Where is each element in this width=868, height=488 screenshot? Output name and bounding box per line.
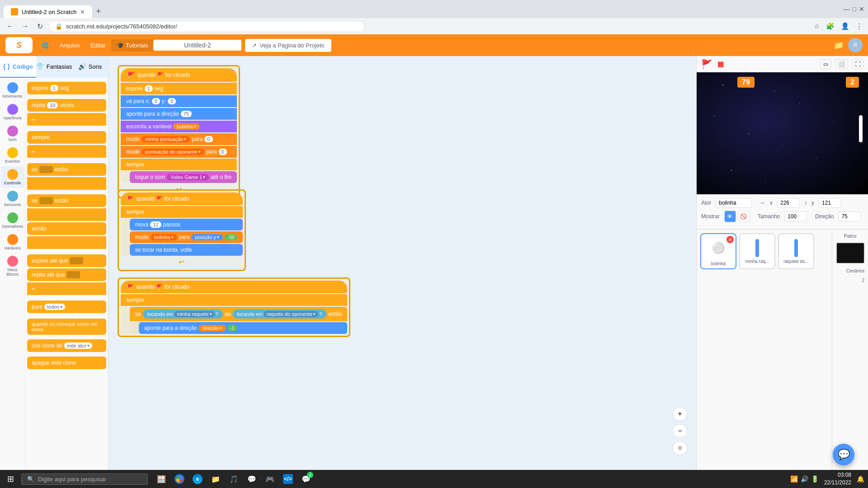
- block-se2[interactable]: se então: [27, 194, 106, 207]
- script2-mude-dropdown2[interactable]: posição y ▾: [192, 234, 223, 240]
- volume-icon[interactable]: 🔊: [801, 475, 808, 483]
- script1-mude2-dropdown[interactable]: pontuação do oponente ▾: [142, 149, 204, 155]
- block-crie-clone[interactable]: crie clone de este ator: [27, 339, 106, 352]
- script1-toque-dropdown[interactable]: Video Game 1 ▾: [167, 174, 209, 180]
- cat-aparencia[interactable]: Aparência: [1, 101, 24, 123]
- refresh-button[interactable]: ↻: [34, 20, 46, 33]
- minimize-btn[interactable]: —: [844, 5, 850, 13]
- stage-fullscreen-btn[interactable]: ⛶: [852, 59, 863, 69]
- cat-movimento[interactable]: Movimento: [1, 80, 24, 101]
- close-btn[interactable]: ✕: [859, 5, 864, 13]
- y-input[interactable]: [819, 198, 841, 208]
- tab-codigo[interactable]: { } Código: [0, 56, 36, 78]
- maximize-btn[interactable]: □: [853, 5, 856, 13]
- taskbar-search[interactable]: 🔍 Digite aqui para pesquisar: [21, 474, 148, 485]
- taskbar-icon-whatsapp[interactable]: 💬 2: [298, 471, 314, 487]
- taskbar-icon-explorer[interactable]: 📁: [208, 471, 224, 487]
- back-button[interactable]: ←: [4, 20, 16, 32]
- block-pare-dropdown[interactable]: todos: [44, 304, 65, 310]
- project-link-btn[interactable]: ↗ Veja a Página do Projeto: [245, 39, 331, 52]
- script2-sempre[interactable]: sempre: [121, 206, 243, 218]
- sprite-raquete-oponente[interactable]: raquete do...: [778, 233, 814, 269]
- taskbar-icon-steam[interactable]: 🎮: [262, 471, 278, 487]
- address-bar[interactable]: 🔒 scratch.mit.edu/projects/765405092/edi…: [48, 21, 365, 32]
- size-input[interactable]: [784, 211, 807, 221]
- script3-direcao-dropdown[interactable]: direção ▾: [199, 325, 226, 331]
- tutoriais-btn[interactable]: 🎓 Tutoriais: [111, 39, 153, 52]
- notification-icon[interactable]: 🔔: [857, 475, 864, 483]
- stage-thumb[interactable]: [836, 242, 865, 264]
- block-espore[interactable]: espore 1 seg: [27, 82, 106, 94]
- bookmark-btn[interactable]: ☆: [812, 20, 821, 32]
- tab-sons[interactable]: 🔊 Sons: [72, 56, 108, 78]
- script3-aponte[interactable]: aponte para a direção direção ▾ -1: [139, 322, 347, 334]
- chat-float-btn[interactable]: 💬: [833, 444, 854, 465]
- zoom-in-btn[interactable]: +: [673, 407, 687, 421]
- taskbar-clock[interactable]: 03:08 22/11/2022: [824, 471, 851, 487]
- script3-se[interactable]: se tocando em minha raquete ▾ ? ou tocan…: [130, 307, 347, 321]
- stage-small-view-btn[interactable]: ▭: [820, 59, 831, 69]
- actor-name-input[interactable]: [716, 198, 752, 208]
- cat-operadores[interactable]: Operadores: [1, 210, 24, 231]
- block-sempre[interactable]: sempre: [27, 131, 106, 144]
- user-avatar[interactable]: R: [848, 38, 863, 52]
- taskbar-icon-edge[interactable]: e: [189, 471, 206, 487]
- cat-som[interactable]: Som: [1, 123, 24, 145]
- script2-mude-dropdown1[interactable]: bolinha ▾: [151, 234, 177, 240]
- block-crie-clone-dropdown[interactable]: este ator: [64, 343, 92, 349]
- folder-btn[interactable]: 📁: [834, 40, 844, 50]
- tab-close-btn[interactable]: ✕: [80, 9, 85, 15]
- block-pare[interactable]: pare todos: [27, 300, 106, 313]
- script1-sempre[interactable]: sempre: [121, 159, 237, 170]
- more-btn[interactable]: ⋮: [854, 20, 864, 32]
- sprite-minha-raq[interactable]: minha raq...: [739, 233, 775, 269]
- start-button[interactable]: ⊞: [4, 472, 18, 486]
- network-icon[interactable]: 📶: [790, 475, 798, 483]
- block-clone-quando[interactable]: quando eu começar como um clone: [27, 319, 106, 335]
- direction-input[interactable]: [838, 211, 861, 221]
- taskbar-icon-spotify[interactable]: 🎵: [226, 471, 242, 487]
- stop-btn[interactable]: ⏹: [716, 59, 725, 70]
- script3-raquete1-dropdown[interactable]: minha raquete ▾: [174, 311, 214, 317]
- zoom-reset-btn[interactable]: =: [673, 441, 687, 455]
- script1-mude2[interactable]: mude pontuação do oponente ▾ para 0: [121, 146, 237, 158]
- profile-btn[interactable]: 👤: [839, 20, 851, 32]
- new-tab-button[interactable]: +: [92, 5, 104, 18]
- hide-btn[interactable]: 🚫: [738, 211, 750, 222]
- zoom-out-btn[interactable]: −: [673, 424, 687, 438]
- script2-borda[interactable]: se tocar na borda, volte: [130, 244, 243, 256]
- taskbar-icon-discord[interactable]: 💬: [244, 471, 260, 487]
- script1-mude1[interactable]: mude minha pontuação ▾ para 0: [121, 133, 237, 145]
- script2-mova[interactable]: mova 12 passos: [130, 219, 243, 230]
- script1-bolinha-dropdown[interactable]: bolinha ▾: [173, 123, 199, 130]
- block-senao[interactable]: senão: [27, 222, 106, 235]
- stage-medium-view-btn[interactable]: ⬜: [835, 59, 848, 69]
- sprite-bolinha[interactable]: ✕ ⚪ bolinha: [700, 233, 736, 269]
- script2-hat[interactable]: 🚩 quando 🚩 for clicado: [121, 192, 243, 205]
- cat-eventos[interactable]: Eventos: [1, 145, 24, 166]
- script1-espore[interactable]: espore 1 seg: [121, 83, 237, 94]
- script3-sempre[interactable]: sempre: [121, 294, 347, 306]
- cat-controle[interactable]: Controle: [1, 166, 24, 188]
- script1-aponte[interactable]: aponte para a direção 75: [121, 108, 237, 120]
- x-input[interactable]: [777, 198, 800, 208]
- taskbar-icon-windows[interactable]: 🪟: [153, 471, 170, 487]
- extensions-btn[interactable]: 🧩: [824, 20, 836, 32]
- block-apague-clone[interactable]: apague este clone: [27, 357, 106, 369]
- active-tab[interactable]: Untitled-2 on Scratch ✕: [4, 5, 92, 18]
- script1-toque[interactable]: toque o som Video Game 1 ▾ até o fim: [130, 171, 237, 183]
- cat-variaveis[interactable]: Variáveis: [1, 231, 24, 253]
- editar-btn[interactable]: Editar: [85, 39, 111, 52]
- forward-button[interactable]: →: [19, 20, 32, 32]
- script3-hat[interactable]: 🚩 quando 🚩 for clicado: [121, 281, 347, 293]
- script1-muda1-dropdown[interactable]: minha pontuação ▾: [142, 136, 190, 142]
- script1-vaparax[interactable]: vá para x: 0 y: 0: [121, 95, 237, 107]
- block-se1[interactable]: se então: [27, 163, 106, 176]
- cat-sensores[interactable]: Sensores: [1, 188, 24, 210]
- taskbar-icon-chrome[interactable]: [171, 471, 188, 487]
- block-repita[interactable]: repita 10 vezes: [27, 99, 106, 112]
- show-btn[interactable]: 👁: [724, 211, 736, 222]
- green-flag-btn[interactable]: 🚩: [701, 59, 712, 70]
- code-canvas[interactable]: 🚩 quando 🚩 for clicado espore 1 seg vá p…: [108, 56, 696, 474]
- script1-esconda[interactable]: esconda a variável bolinha ▾: [121, 121, 237, 132]
